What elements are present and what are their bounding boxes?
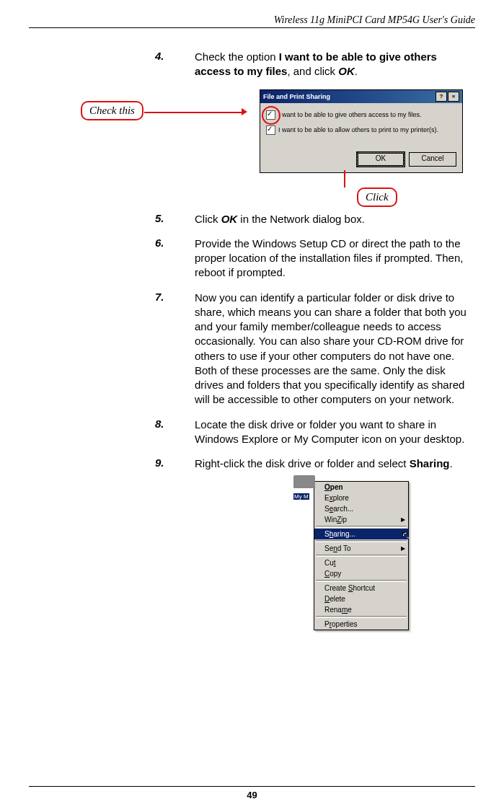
callout-line-check	[144, 112, 242, 113]
callout-line-click	[344, 170, 345, 187]
step-4-bold2: OK	[338, 65, 355, 77]
step-4-mid: , and click	[287, 65, 338, 77]
ok-button[interactable]: OK	[357, 152, 404, 167]
header-title: Wireless 11g MiniPCI Card MP54G User's G…	[29, 14, 475, 28]
callout-check-this: Check this	[81, 101, 143, 120]
context-menu: OOpenpen Explore Search... WinZip▶ Shari…	[314, 481, 409, 630]
step-5-text: Click OK in the Network dialog box.	[195, 212, 475, 226]
folder-icon: My M	[293, 475, 315, 494]
menu-item-search[interactable]: Search...	[314, 503, 408, 514]
step-7-text: Now you can identify a particular folder…	[195, 291, 475, 407]
menu-item-winzip[interactable]: WinZip▶	[314, 514, 408, 525]
checkbox-give-access[interactable]	[266, 110, 275, 120]
checkbox-allow-print[interactable]	[266, 125, 275, 135]
page-number: 49	[0, 786, 504, 800]
menu-separator	[316, 555, 407, 557]
step-5-number: 5.	[155, 212, 195, 226]
step-5-suffix: in the Network dialog box.	[237, 213, 365, 225]
checkbox-give-access-label: I want to be able to give others access …	[278, 111, 422, 118]
dialog-help-button[interactable]: ?	[436, 92, 447, 102]
step-9-prefix: Right-click the disk drive or folder and…	[195, 457, 410, 469]
menu-separator	[316, 616, 407, 618]
menu-item-delete[interactable]: Delete	[314, 593, 408, 604]
step-6-text: Provide the Windows Setup CD or direct t…	[195, 237, 475, 281]
step-5-prefix: Click	[195, 213, 221, 225]
file-print-sharing-dialog: File and Print Sharing ? × I want to be …	[260, 89, 463, 173]
step-6-number: 6.	[155, 237, 195, 281]
step-8-text: Locate the disk drive or folder you want…	[195, 418, 475, 447]
dialog-titlebar: File and Print Sharing ? ×	[260, 90, 462, 103]
menu-item-explore[interactable]: Explore	[314, 493, 408, 503]
step-9-number: 9.	[155, 456, 195, 471]
step-9-suffix: .	[449, 457, 452, 469]
checkbox-allow-print-label: I want to be able to allow others to pri…	[278, 126, 438, 133]
step-7-number: 7.	[155, 291, 195, 407]
dialog-title: File and Print Sharing	[263, 93, 330, 100]
callout-click: Click	[357, 187, 397, 207]
cancel-button[interactable]: Cancel	[409, 152, 456, 167]
folder-label: My M	[293, 493, 309, 500]
cursor-icon: ↖	[401, 529, 410, 540]
step-9-bold: Sharing	[410, 457, 450, 469]
callout-arrow-check	[242, 108, 247, 115]
menu-item-properties[interactable]: Properties	[314, 619, 408, 630]
step-9-text: Right-click the disk drive or folder and…	[195, 456, 475, 471]
menu-separator	[316, 526, 407, 528]
menu-separator	[316, 540, 407, 542]
step-4-number: 4.	[155, 50, 195, 79]
step-5-bold: OK	[221, 213, 238, 225]
menu-item-copy[interactable]: Copy	[314, 568, 408, 579]
menu-item-cut[interactable]: Cut	[314, 557, 408, 568]
step-4-text: Check the option I want to be able to gi…	[195, 50, 475, 79]
menu-item-sharing[interactable]: Sharing... ↖	[314, 529, 408, 539]
submenu-arrow-icon: ▶	[401, 516, 405, 523]
step-4-prefix: Check the option	[195, 50, 279, 63]
dialog-close-button[interactable]: ×	[448, 92, 459, 102]
submenu-arrow-icon: ▶	[401, 545, 405, 552]
menu-item-open[interactable]: OOpenpen	[314, 482, 408, 493]
menu-item-sendto[interactable]: Send To▶	[314, 543, 408, 554]
step-4-suffix: .	[355, 65, 358, 77]
menu-item-rename[interactable]: Rename	[314, 604, 408, 615]
menu-item-create-shortcut[interactable]: Create Shortcut	[314, 583, 408, 593]
menu-separator	[316, 580, 407, 582]
step-8-number: 8.	[155, 418, 195, 447]
